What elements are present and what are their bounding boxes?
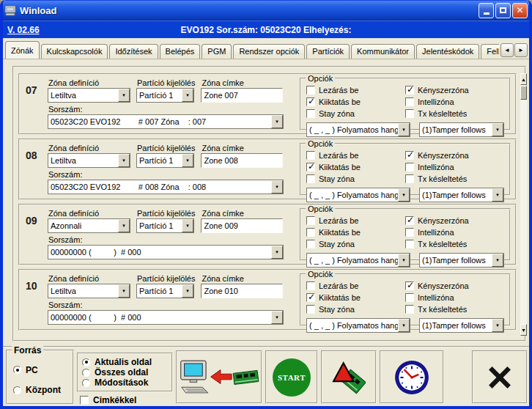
- tab[interactable]: Zónák: [5, 41, 40, 59]
- checkbox-icon[interactable]: [405, 281, 414, 290]
- checkbox-lezaras-be[interactable]: Lezárás be: [306, 215, 405, 226]
- clock-button[interactable]: [380, 350, 444, 404]
- checkbox-icon[interactable]: [405, 163, 414, 172]
- checkbox-lezaras-be[interactable]: Lezárás be: [306, 150, 405, 161]
- checkbox-icon[interactable]: [405, 305, 414, 314]
- event-monitor-button[interactable]: [321, 350, 377, 404]
- alarm-type-select[interactable]: ( _ , _ ) Folyamatos hang ▼: [306, 122, 410, 137]
- dropdown-arrow-icon[interactable]: ▼: [492, 319, 503, 332]
- partition-select[interactable]: Partíció 1 ▼: [136, 218, 194, 233]
- alarm-type-select[interactable]: ( _ , _ ) Folyamatos hang ▼: [306, 188, 410, 202]
- dropdown-arrow-icon[interactable]: ▼: [492, 254, 503, 267]
- checkbox-icon[interactable]: [306, 305, 315, 314]
- checkbox-icon[interactable]: [306, 109, 315, 118]
- zone-label-input[interactable]: [201, 153, 283, 168]
- start-button[interactable]: START: [265, 350, 318, 404]
- checkbox-kenyszerzona[interactable]: Kényszerzóna: [405, 150, 504, 161]
- checkbox-icon[interactable]: [405, 216, 414, 225]
- checkbox-kiiktatas-be[interactable]: Kiiktatás be: [306, 227, 405, 237]
- tab[interactable]: Jelentéskódok: [416, 44, 479, 59]
- checkbox-icon[interactable]: [306, 151, 315, 160]
- tamper-select[interactable]: (1)Tamper follows ▼: [419, 122, 504, 137]
- serial-select[interactable]: 05023C20 EVO192 # 008 Zóna : 008 ▼: [48, 180, 284, 194]
- checkbox-lezaras-be[interactable]: Lezárás be: [306, 281, 405, 291]
- zone-definition-select[interactable]: Letiltva ▼: [48, 88, 130, 103]
- scrollbar-thumb[interactable]: [520, 86, 527, 100]
- tab[interactable]: Időzítések: [109, 44, 158, 59]
- scroll-up-icon[interactable]: ▲: [520, 73, 527, 85]
- dropdown-arrow-icon[interactable]: ▼: [182, 284, 193, 298]
- checkbox-tx-kesleltetes[interactable]: Tx késleltetés: [405, 108, 504, 119]
- close-button[interactable]: ✕: [512, 3, 528, 18]
- tab[interactable]: Felh. kódok: [481, 44, 499, 59]
- radio-osszes-oldal[interactable]: Összes oldal: [82, 367, 169, 377]
- checkbox-icon[interactable]: [405, 97, 414, 106]
- dropdown-arrow-icon[interactable]: ▼: [118, 154, 130, 167]
- checkbox-tx-kesleltetes[interactable]: Tx késleltetés: [405, 304, 504, 314]
- dropdown-arrow-icon[interactable]: ▼: [271, 115, 283, 128]
- checkbox-icon[interactable]: [306, 216, 315, 225]
- alarm-type-select[interactable]: ( _ , _ ) Folyamatos hang ▼: [306, 318, 410, 333]
- serial-select[interactable]: 00000000 ( ) # 000 ▼: [48, 310, 284, 325]
- radio-icon[interactable]: [82, 358, 90, 366]
- radio-icon[interactable]: [82, 379, 90, 387]
- receive-from-panel-button[interactable]: [176, 350, 262, 404]
- checkbox-icon[interactable]: [405, 293, 414, 302]
- checkbox-icon[interactable]: [306, 281, 315, 290]
- scroll-down-icon[interactable]: ▼: [520, 324, 527, 336]
- checkbox-kenyszerzona[interactable]: Kényszerzóna: [405, 215, 504, 226]
- tab-scroll-right-icon[interactable]: ►: [514, 43, 528, 57]
- checkbox-icon[interactable]: [306, 293, 315, 302]
- partition-select[interactable]: Partíció 1 ▼: [136, 153, 194, 168]
- checkbox-kenyszerzona[interactable]: Kényszerzóna: [405, 281, 504, 291]
- dropdown-arrow-icon[interactable]: ▼: [398, 188, 410, 202]
- checkbox-icon[interactable]: [405, 228, 414, 237]
- zone-definition-select[interactable]: Azonnali ▼: [48, 218, 130, 233]
- tab-scroll-left-icon[interactable]: ◄: [500, 43, 514, 57]
- zone-label-input[interactable]: [201, 284, 283, 298]
- radio-aktualis-oldal[interactable]: Aktuális oldal: [82, 357, 169, 367]
- checkbox-lezaras-be[interactable]: Lezárás be: [306, 85, 405, 95]
- dropdown-arrow-icon[interactable]: ▼: [398, 123, 410, 136]
- checkbox-stay-zona[interactable]: Stay zóna: [306, 304, 405, 314]
- dropdown-arrow-icon[interactable]: ▼: [271, 246, 283, 259]
- vertical-scrollbar[interactable]: ▲ ▼: [520, 73, 527, 336]
- tamper-select[interactable]: (1)Tamper follows ▼: [419, 188, 504, 202]
- radio-source-kozpont[interactable]: Központ: [13, 385, 70, 396]
- checkbox-intellizona[interactable]: Intellizóna: [405, 162, 504, 172]
- radio-source-pc[interactable]: PC: [13, 364, 70, 375]
- checkbox-stay-zona[interactable]: Stay zóna: [306, 174, 405, 184]
- partition-select[interactable]: Partíció 1 ▼: [136, 284, 194, 298]
- dropdown-arrow-icon[interactable]: ▼: [182, 154, 193, 167]
- tamper-select[interactable]: (1)Tamper follows ▼: [419, 318, 504, 333]
- dropdown-arrow-icon[interactable]: ▼: [398, 319, 410, 332]
- checkbox-icon[interactable]: [405, 151, 414, 160]
- dropdown-arrow-icon[interactable]: ▼: [492, 123, 503, 136]
- minimize-button[interactable]: [479, 3, 494, 18]
- checkbox-icon[interactable]: [405, 240, 414, 248]
- checkbox-intellizona[interactable]: Intellizóna: [405, 97, 504, 107]
- dropdown-arrow-icon[interactable]: ▼: [118, 284, 130, 298]
- partition-select[interactable]: Partíció 1 ▼: [136, 88, 194, 103]
- checkbox-kiiktatas-be[interactable]: Kiiktatás be: [306, 162, 405, 172]
- checkbox-icon[interactable]: [306, 86, 315, 95]
- dropdown-arrow-icon[interactable]: ▼: [271, 311, 283, 324]
- checkbox-icon[interactable]: [306, 240, 315, 248]
- checkbox-tx-kesleltetes[interactable]: Tx késleltetés: [405, 239, 504, 249]
- maximize-button[interactable]: [495, 3, 511, 18]
- checkbox-stay-zona[interactable]: Stay zóna: [306, 239, 405, 249]
- dropdown-arrow-icon[interactable]: ▼: [271, 180, 283, 194]
- tab[interactable]: Partíciók: [306, 44, 350, 59]
- dropdown-arrow-icon[interactable]: ▼: [118, 89, 130, 102]
- radio-icon[interactable]: [13, 366, 21, 374]
- tab[interactable]: Kommunikátor: [351, 44, 415, 59]
- exit-button[interactable]: [472, 350, 528, 404]
- dropdown-arrow-icon[interactable]: ▼: [118, 219, 130, 232]
- checkbox-intellizona[interactable]: Intellizóna: [405, 227, 504, 237]
- checkbox-kenyszerzona[interactable]: Kényszerzóna: [405, 85, 504, 95]
- dropdown-arrow-icon[interactable]: ▼: [182, 89, 193, 102]
- checkbox-icon[interactable]: [306, 174, 315, 183]
- radio-icon[interactable]: [13, 386, 21, 394]
- serial-select[interactable]: 05023C20 EVO192 # 007 Zóna : 007 ▼: [48, 114, 284, 129]
- dropdown-arrow-icon[interactable]: ▼: [182, 219, 193, 232]
